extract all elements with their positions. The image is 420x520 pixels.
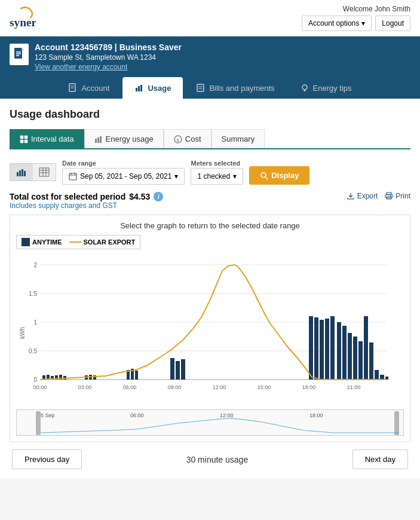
info-icon[interactable]: i — [154, 192, 163, 201]
account-icon — [10, 44, 29, 65]
svg-rect-99 — [36, 411, 41, 435]
graph-title: Select the graph to return to the select… — [16, 221, 404, 230]
date-range-group: Date range Sep 05, 2021 - Sep 05, 2021 ▾ — [62, 160, 185, 185]
tab-tips[interactable]: Energy tips — [288, 77, 364, 99]
svg-rect-28 — [22, 169, 23, 176]
controls-row: Date range Sep 05, 2021 - Sep 05, 2021 ▾… — [10, 159, 410, 185]
user-area: Welcome John Smith Account options ▾ Log… — [302, 5, 410, 31]
svg-text:5 Sep: 5 Sep — [41, 412, 55, 418]
sub-tab-interval[interactable]: Interval data — [10, 129, 84, 148]
account-separator: | — [115, 42, 119, 52]
svg-rect-27 — [19, 170, 21, 176]
svg-rect-30 — [39, 168, 49, 176]
account-plan: Business Saver — [119, 42, 182, 52]
period-label: 30 minute usage — [186, 455, 249, 464]
cost-section: Total cost for selected period $4.53 i I… — [10, 192, 163, 210]
account-details: Account 123456789 | Business Saver 123 S… — [35, 42, 410, 71]
legend-anytime: ANYTIME — [22, 238, 62, 246]
export-icon — [347, 192, 355, 200]
sub-tab-cost[interactable]: $ Cost — [164, 129, 211, 148]
cost-value: $4.53 — [129, 192, 150, 201]
legend-solar: SOLAR EXPORT — [69, 238, 136, 246]
svg-text:1.5: 1.5 — [29, 290, 37, 297]
document-nav-icon — [68, 83, 78, 93]
chart-legend: ANYTIME SOLAR EXPORT — [16, 235, 140, 249]
svg-rect-23 — [100, 136, 102, 143]
meters-group: Meters selected 1 checked ▾ — [191, 160, 243, 185]
main-content: Usage dashboard Interval data Energy usa… — [0, 99, 420, 479]
sub-tab-interval-label: Interval data — [31, 134, 74, 143]
y-axis-label: kWh — [19, 327, 26, 339]
page-title: Usage dashboard — [10, 108, 410, 121]
svg-rect-29 — [24, 171, 26, 176]
svg-text:0.5: 0.5 — [29, 348, 37, 354]
tab-tips-label: Energy tips — [313, 84, 352, 93]
svg-rect-81 — [314, 317, 318, 380]
svg-rect-22 — [97, 137, 99, 143]
sub-tab-energy[interactable]: Energy usage — [84, 129, 164, 148]
export-button[interactable]: Export — [347, 192, 378, 200]
bill-nav-icon — [196, 83, 206, 93]
anytime-swatch — [22, 238, 30, 246]
print-button[interactable]: Print — [385, 192, 410, 200]
svg-rect-89 — [358, 341, 363, 380]
mini-timeline[interactable]: 5 Sep 06:00 12:00 18:00 — [16, 409, 404, 436]
tab-account[interactable]: Account — [56, 77, 121, 99]
svg-rect-18 — [24, 136, 27, 139]
svg-point-39 — [261, 173, 266, 178]
svg-text:15:00: 15:00 — [257, 384, 271, 390]
date-range-button[interactable]: Sep 05, 2021 - Sep 05, 2021 ▾ — [62, 168, 185, 185]
svg-rect-100 — [394, 411, 399, 435]
solar-swatch — [69, 241, 81, 243]
svg-text:1: 1 — [33, 319, 37, 326]
svg-rect-84 — [330, 316, 335, 380]
legend-solar-label: SOLAR EXPORT — [84, 238, 136, 246]
svg-rect-85 — [337, 322, 341, 380]
svg-text:$: $ — [176, 137, 179, 143]
tab-bills-label: Bills and payments — [209, 84, 274, 93]
svg-text:0: 0 — [33, 377, 37, 383]
next-day-button[interactable]: Next day — [352, 449, 408, 469]
account-title: Account 123456789 | Business Saver — [35, 42, 410, 52]
tab-bills[interactable]: Bills and payments — [184, 77, 286, 99]
chevron-date-icon: ▾ — [174, 172, 178, 181]
tab-usage[interactable]: Usage — [122, 77, 183, 99]
previous-day-button[interactable]: Previous day — [12, 449, 82, 469]
account-options-button[interactable]: Account options ▾ — [302, 16, 372, 31]
svg-text:06:00: 06:00 — [123, 384, 137, 390]
svg-rect-76 — [135, 371, 138, 380]
legend-anytime-label: ANYTIME — [32, 238, 62, 246]
sub-tabs: Interval data Energy usage $ Cost Summar… — [10, 129, 410, 149]
date-range-label: Date range — [62, 160, 185, 167]
bulb-nav-icon — [300, 83, 309, 93]
tab-account-label: Account — [81, 84, 109, 93]
bar-chart-icon — [16, 167, 27, 177]
chevron-meters-icon: ▾ — [233, 172, 237, 181]
svg-text:18:00: 18:00 — [309, 412, 323, 418]
meters-button[interactable]: 1 checked ▾ — [191, 168, 243, 185]
svg-rect-93 — [380, 375, 384, 380]
svg-rect-20 — [24, 140, 27, 143]
svg-rect-77 — [170, 358, 174, 380]
bottom-nav: Previous day 30 minute usage Next day — [10, 449, 410, 469]
display-button[interactable]: Display — [249, 166, 309, 185]
svg-text:09:00: 09:00 — [168, 384, 182, 390]
svg-rect-90 — [364, 316, 368, 380]
account-bar: Account 123456789 | Business Saver 123 S… — [0, 36, 420, 77]
svg-rect-86 — [342, 326, 347, 380]
cost-total: Total cost for selected period $4.53 i — [10, 192, 163, 201]
svg-rect-8 — [136, 88, 137, 91]
svg-point-14 — [302, 85, 307, 90]
print-label: Print — [396, 192, 410, 200]
svg-rect-26 — [17, 172, 19, 176]
svg-rect-83 — [325, 319, 329, 380]
logout-button[interactable]: Logout — [375, 16, 410, 31]
view-another-account-link[interactable]: View another energy account — [35, 63, 410, 71]
main-chart[interactable]: kWh 0 0.5 1 1.5 2 00:00 03:00 06:00 — [16, 253, 398, 408]
sub-tab-summary[interactable]: Summary — [211, 129, 265, 148]
chart-container[interactable]: kWh 0 0.5 1 1.5 2 00:00 03:00 06:00 — [16, 253, 404, 408]
table-view-button[interactable] — [33, 164, 56, 181]
svg-rect-78 — [176, 361, 180, 380]
chart-view-button[interactable] — [10, 164, 33, 181]
supply-charges-link[interactable]: Includes supply charges and GST — [10, 201, 163, 210]
